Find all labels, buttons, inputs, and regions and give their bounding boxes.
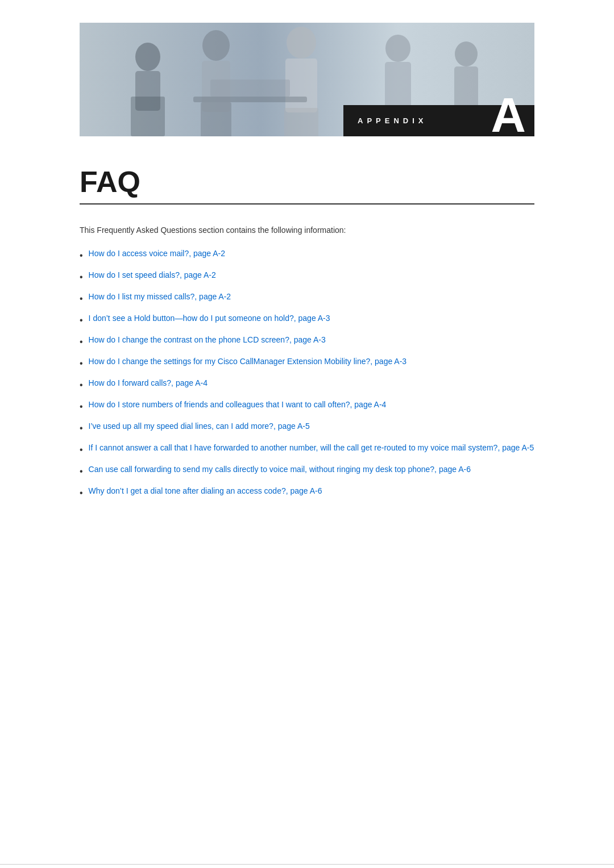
content-area: FAQ This Frequently Asked Questions sect… — [0, 136, 614, 552]
svg-rect-6 — [201, 102, 231, 136]
appendix-bar: APPENDIX A — [343, 105, 534, 136]
svg-rect-3 — [131, 97, 165, 136]
svg-rect-8 — [285, 59, 317, 112]
bullet-icon: • — [80, 314, 83, 327]
list-item: •How do I change the settings for my Cis… — [80, 356, 534, 370]
faq-link-11[interactable]: Can use call forwarding to send my calls… — [89, 464, 471, 475]
faq-link-7[interactable]: How do I forward calls?, page A-4 — [89, 377, 208, 389]
bullet-icon: • — [80, 270, 83, 284]
faq-link-3[interactable]: How do I list my missed calls?, page A-2 — [89, 291, 231, 303]
list-item: •Why don’t I get a dial tone after diali… — [80, 485, 534, 500]
bullet-icon: • — [80, 422, 83, 435]
appendix-letter: A — [491, 91, 526, 136]
list-item: •I’ve used up all my speed dial lines, c… — [80, 420, 534, 435]
faq-link-10[interactable]: If I cannot answer a call that I have fo… — [89, 442, 534, 454]
page-title: FAQ — [80, 165, 534, 199]
faq-list: •How do I access voice mail?, page A-2•H… — [80, 248, 534, 500]
svg-rect-11 — [210, 80, 290, 97]
list-item: •How do I change the contrast on the pho… — [80, 334, 534, 349]
svg-rect-13 — [385, 62, 411, 110]
faq-link-12[interactable]: Why don’t I get a dial tone after dialin… — [89, 485, 322, 497]
list-item: •I don’t see a Hold button—how do I put … — [80, 312, 534, 327]
intro-text: This Frequently Asked Questions section … — [80, 224, 534, 236]
faq-link-4[interactable]: I don’t see a Hold button—how do I put s… — [89, 312, 330, 324]
faq-link-5[interactable]: How do I change the contrast on the phon… — [89, 334, 326, 346]
list-item: •If I cannot answer a call that I have f… — [80, 442, 534, 457]
page-container: APPENDIX A FAQ This Frequently Asked Que… — [0, 23, 614, 868]
list-item: •How do I store numbers of friends and c… — [80, 399, 534, 414]
footer: 78-10182-08 Cisco IP Phone 7960 and 7940… — [0, 864, 614, 868]
svg-point-15 — [455, 41, 478, 66]
faq-link-8[interactable]: How do I store numbers of friends and co… — [89, 399, 387, 411]
faq-link-9[interactable]: I’ve used up all my speed dial lines, ca… — [89, 420, 310, 432]
list-item: •How do I set speed dials?, page A-2 — [80, 269, 534, 284]
list-item: •How do I forward calls?, page A-4 — [80, 377, 534, 392]
bullet-icon: • — [80, 357, 83, 370]
bullet-icon: • — [80, 292, 83, 306]
bullet-icon: • — [80, 335, 83, 349]
bullet-icon: • — [80, 378, 83, 392]
bullet-icon: • — [80, 400, 83, 414]
bullet-icon: • — [80, 443, 83, 457]
header-banner: APPENDIX A — [80, 23, 534, 136]
list-item: •Can use call forwarding to send my call… — [80, 464, 534, 478]
faq-link-1[interactable]: How do I access voice mail?, page A-2 — [89, 248, 225, 260]
bullet-icon: • — [80, 249, 83, 262]
faq-link-2[interactable]: How do I set speed dials?, page A-2 — [89, 269, 216, 281]
svg-rect-9 — [284, 108, 318, 136]
svg-rect-10 — [193, 97, 307, 102]
faq-link-6[interactable]: How do I change the settings for my Cisc… — [89, 356, 407, 368]
svg-point-1 — [135, 43, 160, 71]
title-underline — [80, 203, 534, 205]
bullet-icon: • — [80, 486, 83, 500]
svg-point-7 — [287, 27, 316, 59]
svg-point-12 — [385, 35, 410, 62]
svg-point-4 — [202, 30, 230, 61]
bullet-icon: • — [80, 465, 83, 478]
list-item: •How do I access voice mail?, page A-2 — [80, 248, 534, 262]
appendix-label: APPENDIX — [358, 116, 427, 125]
list-item: •How do I list my missed calls?, page A-… — [80, 291, 534, 306]
